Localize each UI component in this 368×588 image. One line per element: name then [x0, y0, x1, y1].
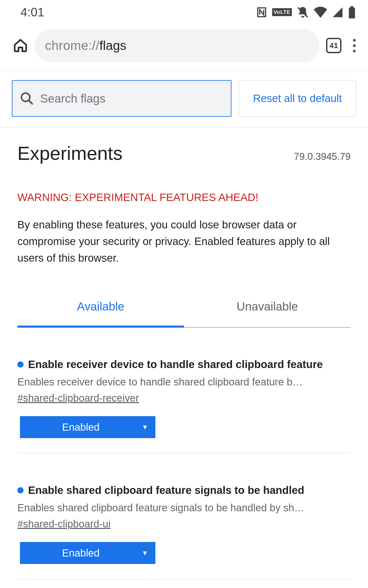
wifi-icon [314, 7, 327, 18]
flag-item: Enable shared clipboard feature signals … [17, 471, 351, 579]
svg-rect-2 [350, 6, 353, 8]
chevron-down-icon: ▼ [142, 549, 148, 557]
flag-state-label: Enabled [20, 547, 142, 559]
flag-hash-link[interactable]: #shared-clipboard-receiver [17, 392, 139, 404]
android-status-bar: 4:01 VoLTE [0, 0, 368, 24]
search-flags-field[interactable] [12, 80, 232, 117]
page-title: Experiments [17, 142, 122, 164]
flag-state-select[interactable]: Enabled ▼ [20, 416, 155, 438]
modified-dot-icon [17, 487, 24, 493]
chevron-down-icon: ▼ [142, 423, 148, 431]
flags-content: Experiments 79.0.3945.79 WARNING: EXPERI… [0, 128, 368, 588]
search-icon [20, 91, 34, 106]
dnd-icon [296, 6, 309, 19]
flag-hash-link[interactable]: #shared-clipboard-ui [17, 518, 111, 530]
flag-state-label: Enabled [20, 421, 142, 433]
flag-item: Enable receiver device to handle shared … [17, 345, 351, 453]
flag-title: Enable receiver device to handle shared … [28, 358, 323, 371]
tab-bar: Available Unavailable [17, 299, 351, 328]
url-scheme: chrome:// [45, 38, 99, 53]
reset-all-button[interactable]: Reset all to default [239, 80, 356, 117]
flags-header: Reset all to default [0, 71, 368, 128]
chrome-version: 79.0.3945.79 [294, 151, 351, 162]
tab-switcher[interactable]: 41 [326, 38, 341, 53]
chrome-toolbar: chrome://flags 41 [0, 24, 368, 71]
svg-line-4 [29, 100, 32, 104]
status-time: 4:01 [20, 5, 44, 19]
volte-icon: VoLTE [272, 8, 292, 16]
flag-title: Enable shared clipboard feature signals … [28, 484, 304, 496]
warning-text: WARNING: EXPERIMENTAL FEATURES AHEAD! [17, 191, 351, 204]
modified-dot-icon [17, 361, 24, 368]
nfc-icon [256, 6, 268, 18]
flag-description: Enables shared clipboard feature signals… [17, 502, 351, 514]
home-icon[interactable] [13, 38, 28, 53]
overflow-menu-icon[interactable] [348, 39, 360, 52]
battery-icon [348, 6, 356, 18]
cell-signal-icon [332, 6, 343, 18]
flag-description: Enables receiver device to handle shared… [17, 376, 351, 388]
tab-available[interactable]: Available [17, 299, 184, 328]
url-path: flags [99, 38, 126, 53]
warning-description: By enabling these features, you could lo… [17, 216, 351, 266]
tab-unavailable[interactable]: Unavailable [184, 299, 351, 327]
search-input[interactable] [40, 92, 231, 105]
url-bar[interactable]: chrome://flags [35, 29, 319, 62]
flag-state-select[interactable]: Enabled ▼ [20, 542, 155, 564]
svg-rect-1 [349, 8, 355, 18]
